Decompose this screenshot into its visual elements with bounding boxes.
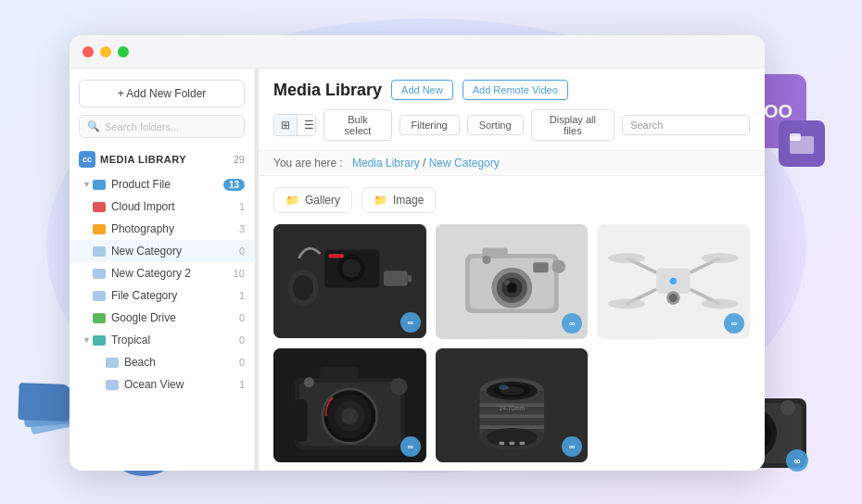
title-row: Media Library Add New Add Remote Video <box>273 80 750 100</box>
cc-symbol-5: ∞ <box>569 442 575 451</box>
close-dot[interactable] <box>82 46 94 57</box>
sorting-button[interactable]: Sorting <box>467 115 524 135</box>
image-cell-1[interactable]: ∞ <box>273 224 426 338</box>
add-folder-button[interactable]: + Add New Folder <box>79 80 245 107</box>
sidebar-label-photography: Photography <box>111 222 239 235</box>
sidebar-label-cloud-import: Cloud Import <box>111 200 239 213</box>
cc-symbol-deco: ∞ <box>793 456 800 466</box>
folder-icon-ocean-view <box>106 380 119 390</box>
sidebar-item-photography[interactable]: ▼ Photography 3 <box>70 218 254 240</box>
breadcrumb: You are here : Media Library / New Categ… <box>259 151 765 176</box>
sidebar-item-beach[interactable]: ▼ Beach 0 <box>70 351 254 373</box>
bulk-select-button[interactable]: Bulk select <box>323 109 391 141</box>
folder-icon-tropical <box>93 335 106 346</box>
sidebar-item-tropical[interactable]: ▼ Tropical 0 <box>70 329 254 351</box>
main-content: Media Library Add New Add Remote Video ⊞… <box>259 69 765 471</box>
window-icon <box>790 133 814 154</box>
sidebar-label-new-category: New Category <box>111 245 239 258</box>
folder-icon-file-category <box>93 291 106 301</box>
folder-gallery-icon: 📁 <box>285 194 299 207</box>
count-new-category: 0 <box>239 246 245 257</box>
maximize-dot[interactable] <box>118 46 129 57</box>
minimize-dot[interactable] <box>100 46 111 57</box>
image-cell-4[interactable]: ∞ <box>273 348 426 462</box>
cc-symbol-3: ∞ <box>731 319 737 328</box>
cc-symbol-2: ∞ <box>569 319 575 328</box>
sidebar-item-new-category[interactable]: ▼ New Category 0 <box>70 240 254 262</box>
count-google-drive: 0 <box>239 312 245 323</box>
view-toggle: ⊞ ☰ <box>273 114 316 136</box>
folder-stack-3 <box>18 383 70 422</box>
folder-gallery-label: Gallery <box>305 194 340 207</box>
folder-image-label: Image <box>393 194 424 207</box>
svg-rect-1 <box>790 133 801 141</box>
traffic-lights <box>82 46 129 57</box>
library-title: MEDIA LIBRARY <box>100 154 186 165</box>
sidebar-label-beach: Beach <box>124 356 239 369</box>
badge-product-file: 13 <box>223 179 245 191</box>
folder-icon-new-category-2 <box>93 269 106 279</box>
breadcrumb-prefix: You are here : <box>273 157 343 170</box>
count-beach: 0 <box>239 357 245 368</box>
search-input[interactable] <box>667 120 742 131</box>
image-cell-3[interactable]: ∞ <box>597 224 750 339</box>
folder-icon-photography <box>93 224 106 234</box>
folder-image[interactable]: 📁 Image <box>361 187 436 213</box>
library-count: 29 <box>234 154 245 165</box>
search-placeholder: Search folders... <box>105 121 179 132</box>
image-grid: ∞ <box>273 224 750 462</box>
content-header: Media Library Add New Add Remote Video ⊞… <box>259 69 765 151</box>
count-cloud-import: 1 <box>239 201 245 212</box>
cc-badge-3: ∞ <box>724 313 744 334</box>
page-title: Media Library <box>273 81 382 100</box>
sidebar-item-new-category-2[interactable]: ▼ New Category 2 10 <box>70 262 254 284</box>
folder-gallery[interactable]: 📁 Gallery <box>273 187 352 213</box>
sidebar-item-file-category[interactable]: ▼ File Category 1 <box>70 284 254 307</box>
tropical-expand-icon: ▼ <box>82 335 91 345</box>
folder-icon-cloud-import <box>93 202 106 212</box>
cc-badge-1: ∞ <box>400 312 421 333</box>
add-new-button[interactable]: Add New <box>391 80 453 100</box>
image-cell-2[interactable]: ∞ <box>436 224 589 339</box>
toolbar: ⊞ ☰ Bulk select Filtering Sorting Displa… <box>273 109 750 150</box>
breadcrumb-current[interactable]: New Category <box>429 157 500 170</box>
sidebar-item-google-drive[interactable]: ▼ Google Drive 0 <box>70 307 254 329</box>
folder-search-box[interactable]: 🔍 Search folders... <box>79 115 245 138</box>
app-window: + Add New Folder 🔍 Search folders... cc … <box>70 35 765 471</box>
search-icon: 🔍 <box>87 120 100 132</box>
grid-view-button[interactable]: ⊞ <box>274 115 298 135</box>
count-ocean-view: 1 <box>239 379 245 390</box>
sidebar-label-new-category-2: New Category 2 <box>111 267 234 280</box>
folder-icon-product-file <box>93 180 106 190</box>
deco-square <box>779 120 825 167</box>
image-cell-5[interactable]: 24-70mm ∞ <box>436 348 589 463</box>
breadcrumb-root[interactable]: Media Library <box>352 157 420 170</box>
count-file-category: 1 <box>239 290 245 301</box>
folder-icon-google-drive <box>93 313 106 323</box>
count-new-category-2: 10 <box>234 268 245 279</box>
cc-symbol-4: ∞ <box>407 442 412 451</box>
media-area: 📁 Gallery 📁 Image <box>259 176 765 471</box>
sidebar-item-ocean-view[interactable]: ▼ Ocean View 1 <box>70 373 254 396</box>
breadcrumb-separator: / <box>423 157 429 170</box>
sidebar-item-product-file[interactable]: ▼ Product File 13 <box>70 173 254 195</box>
sidebar-label-file-category: File Category <box>111 289 239 302</box>
filtering-button[interactable]: Filtering <box>399 115 460 135</box>
folder-icon-beach <box>106 358 119 368</box>
list-view-button[interactable]: ☰ <box>298 115 316 135</box>
sidebar-label-tropical: Tropical <box>111 334 239 346</box>
add-remote-video-button[interactable]: Add Remote Video <box>463 80 568 100</box>
count-photography: 3 <box>239 223 245 234</box>
folder-row: 📁 Gallery 📁 Image <box>273 187 750 213</box>
display-all-button[interactable]: Display all files <box>531 109 615 141</box>
sidebar-item-cloud-import[interactable]: ▼ Cloud Import 1 <box>70 195 254 218</box>
app-body: + Add New Folder 🔍 Search folders... cc … <box>70 69 765 471</box>
cc-badge-4: ∞ <box>400 436 421 457</box>
cc-badge-deco: ∞ <box>786 449 808 472</box>
title-bar <box>70 35 765 69</box>
expand-icon: ▼ <box>82 180 91 189</box>
sidebar-label-google-drive: Google Drive <box>111 311 239 324</box>
sidebar-label-product-file: Product File <box>111 178 223 191</box>
folder-image-icon: 📁 <box>374 194 387 207</box>
library-header: cc MEDIA LIBRARY 29 <box>70 145 254 173</box>
